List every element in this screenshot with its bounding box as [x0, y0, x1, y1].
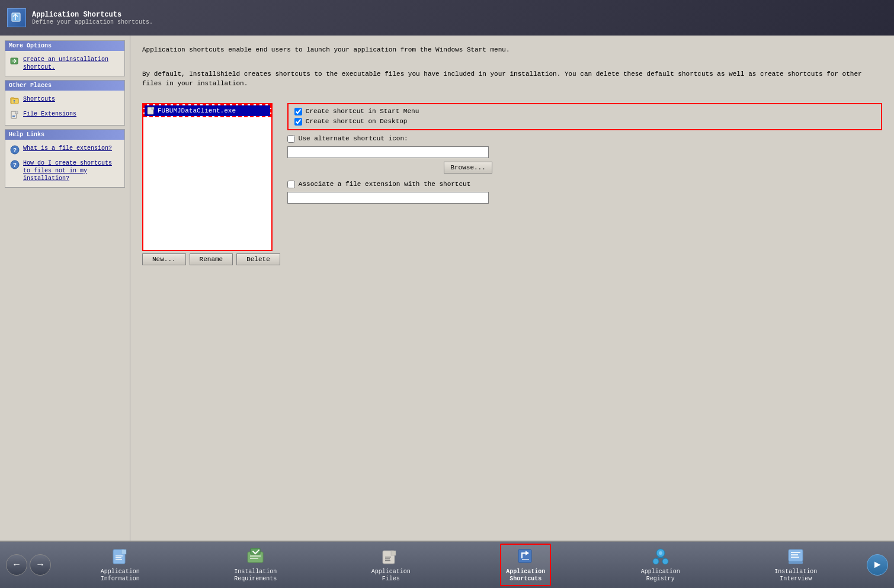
assoc-extension-section: Associate a file extension with the shor…: [287, 181, 882, 204]
create-start-menu-checkbox[interactable]: [294, 108, 302, 115]
svg-text:?: ?: [13, 147, 17, 154]
associate-extension-checkbox[interactable]: [287, 181, 295, 188]
help-icon-1: ?: [10, 145, 20, 155]
svg-rect-19: [116, 559, 122, 560]
start-menu-row: Create shortcut in Start Menu: [294, 108, 875, 115]
taskbar-install-interview-label: InstallationInterview: [774, 568, 817, 583]
help-icon-2: ?: [10, 160, 20, 169]
shortcuts-panel: FUBUMJDataClient.exe New... Rename Delet…: [142, 103, 882, 265]
content-area: Application shortcuts enable end users t…: [130, 36, 894, 541]
associate-extension-label: Associate a file extension with the shor…: [299, 181, 470, 188]
browse-button[interactable]: Browse...: [444, 162, 492, 173]
uninstall-shortcut-label[interactable]: Create an uninstallation shortcut.: [23, 56, 120, 71]
file-extensions-label[interactable]: File Extensions: [23, 110, 76, 118]
svg-rect-8: [12, 116, 15, 117]
header: Application Shortcuts Define your applic…: [0, 0, 894, 36]
description-1: Application shortcuts enable end users t…: [142, 45, 882, 55]
more-options-content: Create an uninstallation shortcut.: [5, 51, 124, 76]
svg-point-32: [659, 551, 662, 555]
sidebar: More Options Create an uninstallation sh…: [0, 36, 130, 541]
taskbar-item-app-registry[interactable]: ApplicationRegistry: [636, 545, 685, 585]
taskbar-item-app-shortcuts[interactable]: ApplicationShortcuts: [500, 544, 551, 586]
svg-rect-38: [789, 561, 803, 564]
svg-text:?: ?: [13, 162, 17, 169]
svg-point-33: [653, 558, 659, 564]
main-layout: More Options Create an uninstallation sh…: [0, 36, 894, 541]
svg-rect-7: [12, 115, 15, 115]
svg-rect-40: [791, 554, 798, 555]
sidebar-item-shortcuts[interactable]: Shortcuts: [9, 94, 121, 107]
shortcuts-list[interactable]: FUBUMJDataClient.exe: [142, 103, 273, 251]
svg-rect-27: [385, 558, 390, 560]
alternate-icon-row: Use alternate shortcut icon:: [287, 135, 882, 143]
svg-line-36: [661, 557, 665, 558]
create-desktop-label: Create shortcut on Desktop: [306, 118, 408, 125]
taskbar-item-app-info[interactable]: ApplicationInformation: [96, 545, 145, 585]
help-create-shortcuts-label[interactable]: How do I create shortcuts to files not i…: [23, 159, 120, 182]
create-start-menu-label: Create shortcut in Start Menu: [306, 108, 419, 115]
nav-next-button[interactable]: ►: [867, 554, 888, 576]
sidebar-item-file-extensions[interactable]: File Extensions: [9, 109, 121, 121]
svg-rect-23: [250, 558, 258, 559]
svg-rect-4: [11, 99, 18, 104]
extension-input[interactable]: [287, 192, 489, 204]
taskbar-app-files-label: ApplicationFiles: [371, 568, 411, 583]
alternate-icon-section: Use alternate shortcut icon: Browse...: [287, 135, 882, 173]
header-subtitle: Define your application shortcuts.: [32, 19, 153, 25]
svg-rect-26: [385, 557, 391, 558]
app-shortcuts-icon: [516, 547, 535, 566]
help-links-section: Help Links ? What is a file extension?: [5, 129, 125, 188]
svg-rect-29: [518, 550, 531, 563]
taskbar-item-install-interview[interactable]: InstallationInterview: [770, 545, 822, 585]
svg-rect-30: [522, 559, 529, 560]
other-places-title: Other Places: [5, 81, 124, 91]
header-title: Application Shortcuts: [32, 11, 153, 19]
taskbar-app-info-label: ApplicationInformation: [101, 568, 140, 583]
rename-button[interactable]: Rename: [190, 253, 233, 265]
new-button[interactable]: New...: [142, 253, 186, 265]
svg-rect-18: [116, 557, 121, 558]
install-interview-icon: [786, 547, 805, 566]
uninstall-shortcut-item[interactable]: Create an uninstallation shortcut.: [9, 54, 121, 72]
help-file-extension-label[interactable]: What is a file extension?: [23, 144, 112, 152]
list-box-container: FUBUMJDataClient.exe New... Rename Delet…: [142, 103, 280, 265]
svg-line-35: [656, 557, 661, 558]
delete-button[interactable]: Delete: [236, 253, 280, 265]
svg-rect-16: [121, 550, 126, 554]
buttons-row: New... Rename Delete: [142, 253, 280, 265]
use-alternate-icon-label: Use alternate shortcut icon:: [299, 135, 408, 142]
taskbar: ← → ApplicationInformation: [0, 541, 894, 588]
description-2: By default, InstallShield creates shortc…: [142, 69, 882, 89]
shortcuts-label[interactable]: Shortcuts: [23, 95, 55, 103]
taskbar-item-app-files[interactable]: ApplicationFiles: [367, 545, 415, 585]
list-item[interactable]: FUBUMJDataClient.exe: [145, 105, 270, 116]
options-panel: Create shortcut in Start Menu Create sho…: [287, 103, 882, 265]
svg-rect-17: [116, 555, 123, 557]
other-places-section: Other Places Shortcuts: [5, 80, 125, 126]
file-ext-icon: [10, 111, 20, 120]
assoc-extension-row: Associate a file extension with the shor…: [287, 181, 882, 188]
more-options-title: More Options: [5, 41, 124, 51]
nav-back-button[interactable]: ←: [6, 554, 27, 576]
help-links-content: ? What is a file extension? ? How do I c…: [5, 140, 124, 187]
help-create-shortcuts-item[interactable]: ? How do I create shortcuts to files not…: [9, 158, 121, 184]
taskbar-items: ApplicationInformation InstallationRequi…: [53, 544, 864, 586]
other-places-content: Shortcuts File Extensions: [5, 91, 124, 125]
icon-path-input[interactable]: [287, 146, 489, 158]
svg-rect-39: [791, 552, 800, 553]
taskbar-install-req-label: InstallationRequirements: [234, 568, 277, 583]
svg-rect-28: [385, 560, 390, 561]
list-item-icon: [147, 107, 155, 115]
header-text: Application Shortcuts Define your applic…: [32, 11, 153, 25]
create-desktop-checkbox[interactable]: [294, 118, 302, 126]
desktop-row: Create shortcut on Desktop: [294, 118, 875, 126]
taskbar-item-install-req[interactable]: InstallationRequirements: [229, 545, 281, 585]
nav-forward-left-button[interactable]: →: [30, 554, 51, 576]
use-alternate-icon-checkbox[interactable]: [287, 135, 295, 143]
svg-rect-22: [250, 555, 261, 557]
svg-rect-6: [15, 111, 18, 114]
svg-point-34: [662, 558, 668, 564]
list-item-label: FUBUMJDataClient.exe: [158, 107, 236, 114]
help-file-extension-item[interactable]: ? What is a file extension?: [9, 143, 121, 156]
app-info-icon: [111, 547, 130, 566]
